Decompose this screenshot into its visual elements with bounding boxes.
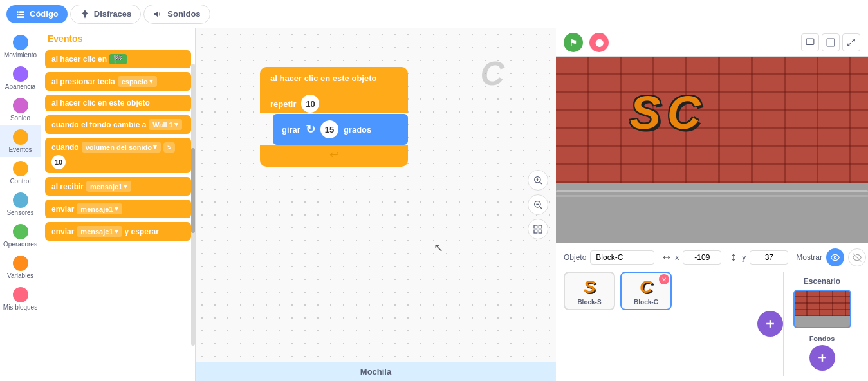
sidebar-item-sensores[interactable]: Sensores [0, 189, 41, 220]
fullscreen-icon [847, 38, 856, 47]
tab-disfraces[interactable]: Disfraces [70, 5, 142, 24]
eye-open-icon [831, 253, 840, 262]
tab-sonidos[interactable]: Sonidos [143, 5, 210, 24]
stage-controls: ⚑ ⬤ [564, 33, 609, 52]
blocks-scrollthumb[interactable] [191, 148, 195, 233]
add-backdrop-icon [816, 351, 829, 364]
zoom-in-button[interactable] [528, 170, 548, 190]
block-sprite-click[interactable]: al hacer clic en este objeto [45, 95, 191, 111]
small-stage-button[interactable] [801, 33, 819, 51]
event-block-text: al hacer clic en este objeto [270, 73, 376, 83]
red-stop-icon: ⬤ [595, 38, 604, 47]
flag-symbol: 🏁 [109, 54, 127, 64]
show-eye-button[interactable] [826, 248, 844, 266]
sprite-s-letter: S [584, 277, 596, 297]
categories-sidebar: Movimiento Apariencia Sonido Eventos Con… [0, 28, 41, 381]
mochila-bar[interactable]: Mochila [196, 362, 556, 381]
op-dropdown[interactable]: > [163, 142, 175, 153]
fit-screen-button[interactable] [528, 219, 548, 239]
block-backdrop-change[interactable]: cuando el fondo cambie a Wall 1 ▾ [45, 115, 191, 134]
stage-view-buttons [801, 33, 860, 51]
x-input[interactable] [683, 250, 721, 265]
sidebar-item-sonido[interactable]: Sonido [0, 94, 41, 125]
sidebar-item-apariencia[interactable]: Apariencia [0, 62, 41, 94]
svg-rect-1 [17, 14, 19, 15]
sidebar-item-control[interactable]: Control [0, 157, 41, 189]
svg-rect-2 [19, 11, 24, 13]
block-receive[interactable]: al recibir mensaje1 ▾ [45, 177, 191, 196]
sprite-thumb-block-c[interactable]: ✕ C Block-C [620, 272, 672, 310]
tab-codigo-label: Código [30, 9, 59, 19]
hide-eye-button[interactable] [848, 248, 866, 266]
key-dropdown[interactable]: espacio ▾ [118, 76, 157, 87]
script-area[interactable]: C al hacer clic en este objeto repetir 1… [196, 28, 556, 381]
escenario-thumb-ground [795, 316, 850, 327]
svg-rect-16 [806, 39, 814, 44]
operadores-label: Operadores [3, 241, 37, 248]
block-broadcast-wait[interactable]: enviar mensaje1 ▾ y esperar [45, 222, 191, 241]
svg-rect-14 [534, 230, 537, 233]
add-sprite-button[interactable] [757, 311, 783, 337]
sprite-name-input[interactable] [590, 250, 654, 265]
escenario-thumb[interactable] [793, 290, 851, 328]
repeat-block[interactable]: repetir 10 [260, 89, 408, 113]
block-volume[interactable]: cuando volumen del sonido ▾ > 10 [45, 138, 191, 173]
tab-codigo[interactable]: Código [6, 5, 68, 23]
ground-line-2 [556, 195, 868, 197]
fullscreen-button[interactable] [842, 33, 860, 51]
receive-dropdown[interactable]: mensaje1 ▾ [86, 181, 131, 192]
fit-icon [533, 224, 543, 234]
block-key-press[interactable]: al presionar tecla espacio ▾ [45, 72, 191, 91]
svg-rect-0 [17, 11, 19, 13]
sprite-c-delete-button[interactable]: ✕ [659, 274, 669, 284]
fondos-label: Fondos [809, 335, 835, 342]
sidebar-item-movimiento[interactable]: Movimiento [0, 31, 41, 62]
block-broadcast[interactable]: enviar mensaje1 ▾ [45, 200, 191, 218]
svg-point-22 [834, 256, 836, 259]
green-flag-button[interactable]: ⚑ [564, 33, 583, 52]
main-layout: Movimiento Apariencia Sonido Eventos Con… [0, 28, 868, 381]
tab-disfraces-label: Disfraces [94, 9, 132, 19]
tab-sonidos-label: Sonidos [167, 9, 200, 19]
repeat-num[interactable]: 10 [301, 95, 319, 113]
top-bar: Código Disfraces Sonidos [0, 0, 868, 28]
movimiento-dot [13, 35, 28, 50]
sprites-scroll: S Block-S ✕ C Block-C [564, 272, 752, 313]
zoom-out-icon [533, 200, 543, 210]
misbloques-dot [13, 287, 28, 302]
repeat-arrow-icon: ↩ [329, 147, 339, 162]
sonido-dot [13, 98, 28, 113]
broadcast-wait-dropdown[interactable]: mensaje1 ▾ [77, 226, 122, 237]
mostrar-group: Mostrar [796, 248, 866, 266]
block-flag-click[interactable]: al hacer clic en 🏁 [45, 50, 191, 68]
sprite-c-letter: C [640, 277, 652, 297]
add-backdrop-button[interactable] [809, 345, 835, 371]
red-stop-button[interactable]: ⬤ [589, 33, 609, 52]
sprite-thumb-block-s[interactable]: S Block-S [564, 272, 615, 310]
sidebar-item-misbloques[interactable]: Mis bloques [0, 283, 41, 315]
y-input[interactable] [750, 250, 788, 265]
sensores-dot [13, 192, 28, 208]
rotate-block[interactable]: girar ↻ 15 grados [273, 114, 408, 145]
girar-label: girar [282, 125, 300, 135]
blocks-panel: Eventos al hacer clic en 🏁 al presionar … [41, 28, 196, 381]
event-block[interactable]: al hacer clic en este objeto [260, 67, 408, 89]
bottom-panel: Objeto x y Mostrar [556, 243, 868, 381]
svg-rect-3 [19, 14, 24, 15]
backdrop-dropdown[interactable]: Wall 1 ▾ [149, 119, 181, 130]
svg-rect-12 [534, 225, 537, 228]
obj-props: Objeto x y Mostrar [564, 248, 860, 266]
costume-icon [80, 9, 90, 19]
rotate-degrees-num[interactable]: 15 [320, 120, 338, 138]
y-arrows-icon [729, 253, 738, 262]
sidebar-item-eventos[interactable]: Eventos [0, 125, 41, 157]
volume-dropdown[interactable]: volumen del sonido ▾ [82, 142, 161, 153]
sidebar-item-variables[interactable]: Variables [0, 252, 41, 283]
sidebar-item-operadores[interactable]: Operadores [0, 220, 41, 252]
broadcast-dropdown[interactable]: mensaje1 ▾ [77, 203, 122, 214]
zoom-out-button[interactable] [528, 194, 548, 215]
stage-letter-c: C [667, 86, 701, 139]
small-stage-icon [806, 38, 815, 47]
svg-line-18 [852, 39, 854, 41]
large-stage-button[interactable] [822, 33, 840, 51]
